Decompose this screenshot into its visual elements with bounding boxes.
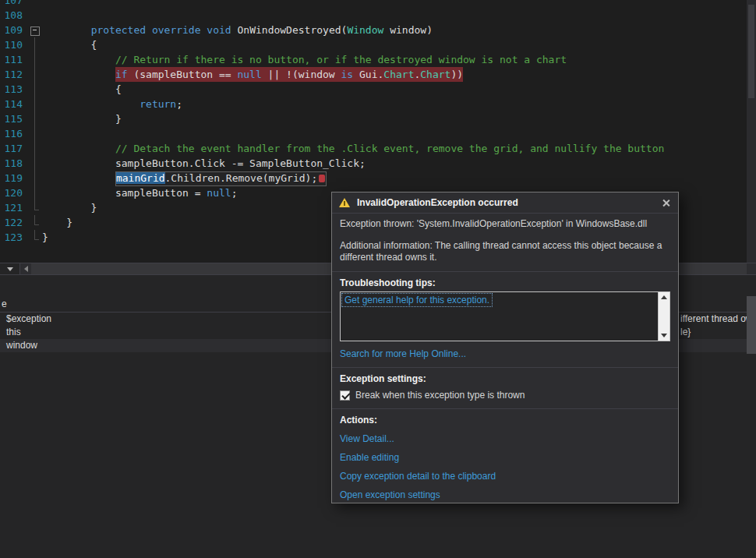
outline-margin (28, 185, 42, 200)
code-token (146, 24, 152, 36)
code-text: sampleButton = null; (42, 185, 237, 200)
code-token: protected (91, 24, 146, 36)
actions-header: Actions: (340, 415, 670, 426)
action-link[interactable]: Copy exception detail to the clipboard (340, 471, 496, 482)
search-help-online-link[interactable]: Search for more Help Online... (340, 348, 466, 359)
code-text: } (42, 215, 72, 230)
outline-margin (28, 171, 42, 185)
warning-icon (339, 198, 350, 207)
exception-dialog-title: InvalidOperationException occurred (357, 197, 518, 208)
code-line[interactable]: 111 // Return if there is no button, or … (0, 52, 747, 67)
line-number: 120 (0, 185, 28, 200)
pane-dropdown-button[interactable] (0, 263, 20, 274)
action-link[interactable]: Enable editing (340, 452, 399, 463)
code-line[interactable]: 107 (0, 0, 747, 8)
close-icon[interactable] (662, 198, 671, 207)
variable-name: $exception (6, 313, 51, 326)
outline-margin (28, 8, 42, 23)
code-token: .Children.Remove(myGrid); (165, 172, 318, 184)
code-line[interactable]: 118 sampleButton.Click -= SampleButton_C… (0, 156, 747, 171)
code-line[interactable]: 115 } (0, 111, 747, 126)
break-checkbox-row[interactable]: Break when this exception type is thrown (340, 390, 670, 401)
code-text: return; (42, 97, 182, 111)
code-token: // Return if there is no button, or if t… (115, 54, 567, 65)
scroll-up-arrow-icon[interactable] (661, 295, 667, 299)
outline-margin (28, 67, 42, 82)
variable-name: this (6, 326, 21, 339)
line-number: 119 (0, 171, 28, 185)
tips-scrollbar[interactable] (658, 292, 669, 341)
line-number: 115 (0, 111, 28, 126)
code-text: mainGrid.Children.Remove(myGrid); (42, 171, 327, 185)
divider (332, 367, 678, 368)
code-token: Window (347, 24, 383, 36)
code-token (42, 172, 115, 184)
code-line[interactable]: 117 // Detach the event handler from the… (0, 141, 747, 156)
code-line[interactable]: 108 (0, 8, 747, 23)
actions-list: View Detail...Enable editingCopy excepti… (340, 433, 670, 500)
code-token (42, 24, 91, 36)
code-token (42, 157, 115, 169)
code-line[interactable]: 110 { (0, 37, 747, 52)
outline-margin (28, 156, 42, 171)
outline-margin (28, 97, 42, 111)
scrollbar-corner (747, 263, 756, 274)
locals-scrollbar[interactable] (747, 296, 756, 354)
editor-vertical-scrollbar[interactable] (747, 0, 756, 263)
code-token: override (152, 24, 201, 36)
code-line[interactable]: 119 mainGrid.Children.Remove(myGrid); (0, 171, 747, 185)
code-token: { (42, 39, 97, 51)
outline-margin (28, 82, 42, 97)
code-text: protected override void OnWindowDestroye… (42, 23, 433, 37)
code-token: // Detach the event handler from the .Cl… (115, 143, 664, 154)
line-number: 123 (0, 230, 28, 245)
action-link[interactable]: View Detail... (340, 433, 394, 444)
line-number: 122 (0, 215, 28, 230)
additional-information-text: Additional information: The calling thre… (340, 240, 670, 263)
break-checkbox[interactable] (340, 390, 350, 401)
exception-thrown-text: Exception thrown: 'System.InvalidOperati… (340, 218, 670, 230)
exception-dialog-titlebar: InvalidOperationException occurred (332, 192, 678, 213)
variable-value-fragment: ifferent thread own (680, 313, 756, 326)
code-line[interactable]: 116 (0, 126, 747, 141)
troubleshooting-header: Troubleshooting tips: (340, 277, 670, 288)
tip-link[interactable]: Get general help for this exception. (342, 294, 492, 306)
scroll-left-button[interactable] (20, 263, 31, 274)
code-token: Chart (420, 69, 450, 80)
exception-marker-icon (319, 175, 325, 182)
code-token: { (42, 83, 122, 95)
outline-margin (28, 37, 42, 52)
code-token: } (42, 231, 48, 243)
outline-margin (28, 230, 42, 245)
code-token: null (237, 69, 261, 80)
code-token: || !(window (262, 69, 341, 80)
line-number: 110 (0, 37, 28, 52)
code-token: if (115, 69, 128, 80)
code-token: window) (383, 24, 433, 36)
line-number: 108 (0, 8, 28, 23)
tips-content: Get general help for this exception. (342, 294, 655, 306)
variable-value-fragment: le} (680, 326, 691, 339)
outline-margin (28, 0, 42, 8)
code-token: return (140, 98, 176, 110)
code-token (42, 187, 115, 199)
code-token: } (42, 202, 97, 214)
code-token (42, 143, 115, 154)
code-token: void (207, 24, 231, 36)
scrollbar-thumb[interactable] (748, 5, 754, 98)
code-text: { (42, 82, 122, 97)
line-number: 114 (0, 97, 28, 111)
code-token: Chart (383, 69, 414, 80)
exception-dialog-body: Exception thrown: 'System.InvalidOperati… (332, 218, 678, 500)
code-token: sampleButton = (115, 187, 207, 199)
scroll-down-arrow-icon[interactable] (661, 334, 667, 337)
code-token (42, 98, 140, 110)
line-number: 116 (0, 126, 28, 141)
code-line[interactable]: 114 return; (0, 97, 747, 111)
code-line[interactable]: 112 if (sampleButton == null || !(window… (0, 67, 747, 82)
collapse-minus-icon[interactable] (28, 23, 42, 37)
action-link[interactable]: Open exception settings (340, 489, 440, 500)
code-line[interactable]: 113 { (0, 82, 747, 97)
code-line[interactable]: 109 protected override void OnWindowDest… (0, 23, 747, 37)
outline-margin (28, 52, 42, 67)
